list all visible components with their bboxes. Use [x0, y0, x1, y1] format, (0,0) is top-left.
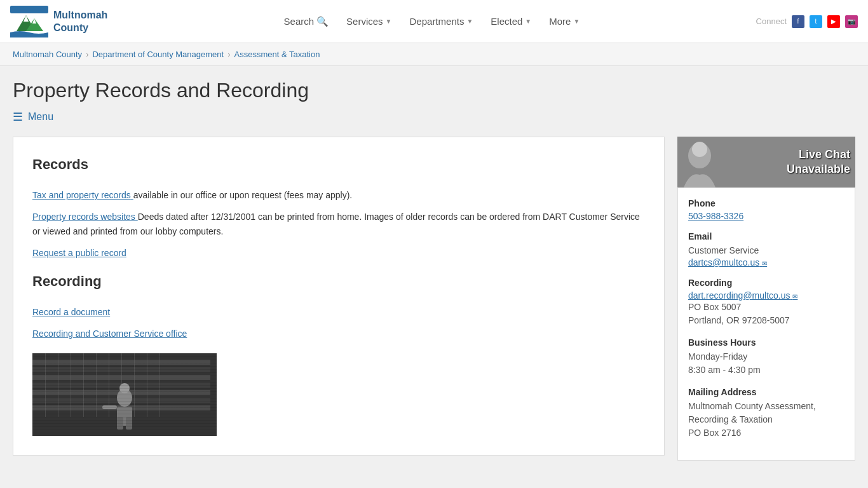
email-icon: ✉ — [792, 293, 797, 300]
property-websites-link-text: Property records websites — [32, 212, 135, 222]
po-box: PO Box 5007 — [688, 301, 844, 314]
customer-service-link[interactable]: Recording and Customer Service office — [32, 329, 187, 339]
hours-section: Business Hours Monday-Friday 8:30 am - 4… — [688, 337, 844, 377]
instagram-icon[interactable]: 📷 — [845, 15, 858, 28]
nav-services-label: Services — [346, 16, 383, 27]
tax-link-suffix: available in our office or upon request … — [133, 190, 353, 200]
svg-rect-4 — [10, 6, 48, 13]
breadcrumb-separator: › — [227, 50, 230, 59]
property-websites-link[interactable]: Property records websites — [32, 212, 138, 222]
tax-records-link[interactable]: Tax and property records — [32, 190, 133, 200]
hours-days: Monday-Friday — [688, 350, 844, 363]
phone-link[interactable]: 503-988-3326 — [688, 211, 743, 221]
svg-rect-17 — [96, 353, 97, 417]
main-nav: Search 🔍 Services ▼ Departments ▼ Electe… — [107, 11, 756, 32]
livechat-line2: Unavailable — [787, 162, 850, 177]
chevron-down-icon: ▼ — [573, 18, 580, 25]
email-label: Email — [688, 231, 844, 241]
record-doc-link[interactable]: Record a document — [32, 307, 110, 317]
nav-more[interactable]: More ▼ — [541, 11, 587, 32]
youtube-icon[interactable]: ▶ — [827, 15, 840, 28]
svg-rect-8 — [32, 375, 210, 380]
email-icon: ✉ — [762, 260, 767, 267]
connect-label: Connect — [756, 17, 787, 26]
nav-elected[interactable]: Elected ▼ — [483, 11, 539, 32]
customer-service-email-link[interactable]: dartcs@multco.us ✉ — [688, 257, 767, 268]
menu-icon: ☰ — [13, 110, 23, 124]
livechat-text: Live Chat Unavailable — [787, 147, 850, 177]
logo-line2: County — [53, 22, 107, 34]
phone-label: Phone — [688, 198, 844, 208]
chevron-down-icon: ▼ — [386, 18, 392, 25]
sidebar: Live Chat Unavailable Phone 503-988-3326… — [677, 137, 855, 461]
logo-link[interactable]: Multnomah County — [10, 6, 107, 37]
nav-elected-label: Elected — [491, 16, 522, 27]
logo-text: Multnomah County — [53, 9, 107, 33]
record-doc-paragraph: Record a document — [32, 305, 645, 319]
chevron-down-icon: ▼ — [466, 18, 473, 25]
public-record-link[interactable]: Request a public record — [32, 248, 126, 258]
nav-departments[interactable]: Departments ▼ — [402, 11, 481, 32]
property-websites-paragraph: Property records websites Deeds dated af… — [32, 210, 645, 238]
customer-service-link-text: Recording and Customer Service office — [32, 329, 187, 339]
public-record-paragraph: Request a public record — [32, 246, 645, 260]
customer-service-email-label: Customer Service — [688, 244, 844, 257]
nav-more-label: More — [549, 16, 571, 27]
archive-image — [32, 353, 217, 436]
hours-time: 8:30 am - 4:30 pm — [688, 363, 844, 377]
recording-section: Recording dart.recording@multco.us ✉ PO … — [688, 278, 844, 327]
svg-point-30 — [692, 142, 707, 157]
archive-image-inner — [32, 353, 217, 436]
svg-rect-27 — [126, 417, 132, 430]
svg-rect-22 — [159, 353, 160, 417]
nav-right: Connect f t ▶ 📷 — [756, 15, 858, 28]
mailing-line1: Multnomah County Assessment, — [688, 400, 844, 413]
svg-rect-18 — [109, 353, 109, 417]
menu-bar[interactable]: ☰ Menu — [13, 110, 855, 124]
page-content: Property Records and Recording ☰ Menu Re… — [0, 66, 868, 473]
public-record-link-text: Request a public record — [32, 248, 126, 258]
mailing-section: Mailing Address Multnomah County Assessm… — [688, 387, 844, 440]
recording-section: Recording Record a document Recording an… — [32, 273, 645, 341]
tax-link-text: Tax and property records — [32, 190, 131, 200]
main-layout: Records Tax and property records availab… — [13, 137, 855, 461]
svg-rect-11 — [32, 398, 210, 403]
svg-rect-21 — [147, 353, 147, 417]
svg-rect-6 — [32, 360, 210, 365]
recording-email: dart.recording@multco.us — [688, 290, 790, 301]
livechat-banner: Live Chat Unavailable — [677, 137, 855, 187]
customer-service-paragraph: Recording and Customer Service office — [32, 327, 645, 341]
breadcrumb: Multnomah County › Department of County … — [0, 43, 868, 66]
page-title: Property Records and Recording — [13, 79, 855, 102]
city-state-zip: Portland, OR 97208-5007 — [688, 314, 844, 327]
svg-point-23 — [117, 389, 132, 407]
breadcrumb-item-current[interactable]: Assessment & Taxation — [234, 50, 320, 59]
customer-service-email: dartcs@multco.us — [688, 257, 759, 268]
nav-search[interactable]: Search 🔍 — [276, 11, 337, 32]
nav-services[interactable]: Services ▼ — [339, 11, 399, 32]
breadcrumb-item-multnomah[interactable]: Multnomah County — [13, 50, 82, 59]
svg-rect-19 — [121, 353, 122, 417]
svg-rect-15 — [71, 353, 71, 417]
hours-label: Business Hours — [688, 337, 844, 348]
nav-search-label: Search — [284, 16, 315, 27]
breadcrumb-item-dept[interactable]: Department of County Management — [92, 50, 224, 59]
search-icon: 🔍 — [316, 16, 329, 27]
livechat-person-icon — [677, 137, 722, 187]
svg-rect-7 — [32, 367, 210, 372]
tax-records-paragraph: Tax and property records available in ou… — [32, 188, 645, 202]
image-area — [32, 353, 645, 436]
svg-point-24 — [119, 383, 130, 393]
chevron-down-icon: ▼ — [525, 18, 531, 25]
phone-section: Phone 503-988-3326 — [688, 198, 844, 221]
mailing-po: PO Box 2716 — [688, 426, 844, 440]
svg-rect-25 — [117, 407, 132, 426]
twitter-icon[interactable]: t — [810, 15, 822, 28]
records-heading: Records — [32, 156, 645, 178]
logo-line1: Multnomah — [53, 9, 107, 21]
menu-label: Menu — [28, 111, 53, 123]
sidebar-info: Phone 503-988-3326 Email Customer Servic… — [677, 187, 855, 461]
facebook-icon[interactable]: f — [792, 15, 804, 28]
svg-rect-10 — [32, 390, 210, 395]
recording-email-link[interactable]: dart.recording@multco.us ✉ — [688, 290, 797, 301]
